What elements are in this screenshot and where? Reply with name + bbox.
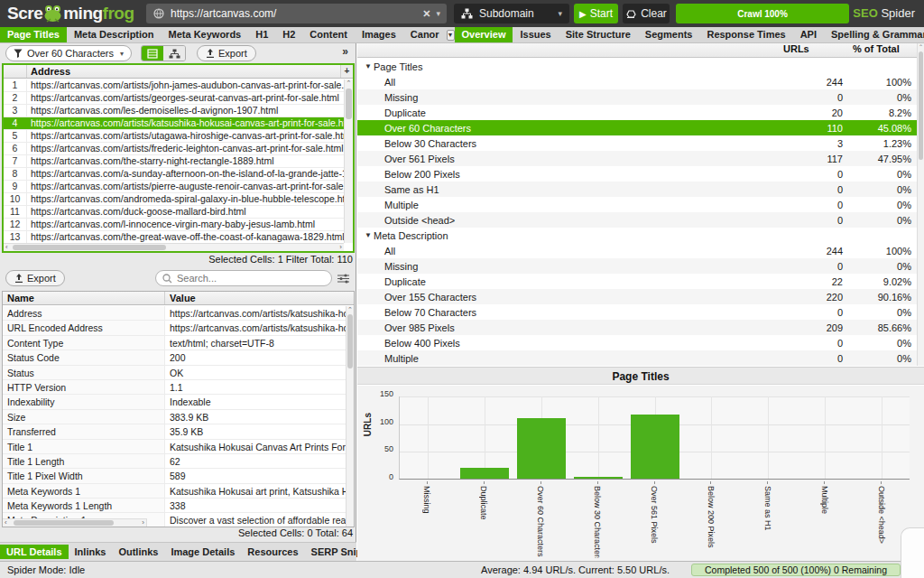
table-row[interactable]: Title 1 Length62	[3, 454, 346, 469]
address-cell[interactable]: https://artcanvas.com/artists/utagawa-hi…	[27, 130, 344, 142]
detail-value-cell[interactable]: Indexable	[165, 395, 346, 408]
table-row[interactable]: 11https://artcanvas.com/duck-goose-malla…	[4, 206, 344, 219]
table-row[interactable]: 4https://artcanvas.com/artists/katsushik…	[4, 117, 344, 130]
address-cell[interactable]: https://artcanvas.com/the-starry-night-r…	[27, 155, 344, 167]
detail-value-cell[interactable]: 62	[165, 454, 346, 468]
list-view-button[interactable]	[142, 46, 163, 61]
overview-item-row[interactable]: Outside <head>00%	[357, 212, 917, 228]
detail-value-cell[interactable]: 589	[165, 469, 346, 482]
detail-value-cell[interactable]: Discover a vast selection of affordable …	[165, 513, 346, 527]
detail-value-cell[interactable]: 338	[165, 499, 346, 512]
table-row[interactable]: 1https://artcanvas.com/artists/john-jame…	[4, 79, 344, 92]
clear-button[interactable]: Clear	[623, 4, 670, 23]
value-column-header[interactable]: Value	[165, 292, 354, 304]
overview-item-row[interactable]: Over 561 Pixels11747.95%	[357, 151, 917, 166]
tab-inlinks[interactable]: Inlinks	[69, 545, 113, 559]
overview-section-row[interactable]: ▼Meta Description	[357, 228, 917, 243]
overview-item-row[interactable]: Missing00%	[357, 258, 917, 274]
pct-column-header[interactable]: % of Total	[853, 43, 900, 54]
tab-resources[interactable]: Resources	[241, 545, 304, 559]
table-row[interactable]: Meta Keywords 1Katsushika Hokusai art pr…	[3, 484, 346, 499]
tab-h1[interactable]: H1	[248, 27, 275, 42]
address-cell[interactable]: https://artcanvas.com/artists/john-james…	[27, 79, 344, 91]
address-cell[interactable]: https://artcanvas.com/artists/pierre-aug…	[27, 181, 344, 192]
address-cell[interactable]: https://artcanvas.com/artists/katsushika…	[27, 117, 344, 129]
detail-value-cell[interactable]: 1.1	[165, 380, 346, 394]
overview-item-row[interactable]: Multiple00%	[357, 350, 917, 366]
detail-value-cell[interactable]: 383.9 KB	[165, 410, 346, 424]
more-tabs-dropdown[interactable]: ▼	[447, 30, 455, 41]
table-row[interactable]: Addresshttps://artcanvas.com/artists/kat…	[3, 306, 346, 321]
overview-item-row[interactable]: Over 60 Characters11045.08%	[357, 120, 917, 135]
table-row[interactable]: URL Encoded Addresshttps://artcanvas.com…	[3, 321, 346, 335]
collapse-twisty-icon[interactable]: ▼	[365, 62, 374, 70]
address-horizontal-scrollbar[interactable]: ‹›	[4, 243, 344, 251]
address-cell[interactable]: https://artcanvas.com/duck-goose-mallard…	[27, 206, 344, 218]
detail-value-cell[interactable]: text/html; charset=UTF-8	[165, 336, 346, 350]
overview-item-row[interactable]: Duplicate229.02%	[357, 274, 917, 289]
table-row[interactable]: IndexabilityIndexable	[3, 395, 346, 409]
url-value[interactable]: https://artcanvas.com/	[171, 7, 417, 20]
table-row[interactable]: 13https://artcanvas.com/the-great-wave-o…	[4, 231, 344, 243]
tab-spelling-grammar[interactable]: Spelling & Grammar	[824, 27, 924, 42]
address-cell[interactable]: https://artcanvas.com/artists/frederic-l…	[27, 143, 344, 154]
address-cell[interactable]: https://artcanvas.com/a-sunday-afternoon…	[27, 168, 344, 180]
tab-h2[interactable]: H2	[275, 27, 302, 42]
tab-outlinks[interactable]: Outlinks	[112, 545, 164, 559]
tree-view-button[interactable]	[163, 46, 185, 61]
table-row[interactable]: 9https://artcanvas.com/artists/pierre-au…	[4, 181, 344, 193]
address-cell[interactable]: https://artcanvas.com/l-innocence-virgin…	[27, 219, 344, 230]
url-input[interactable]: https://artcanvas.com/ ✕ ▾	[146, 4, 447, 23]
tab-content[interactable]: Content	[302, 27, 355, 42]
overview-item-row[interactable]: Over 155 Characters22090.16%	[357, 289, 917, 304]
detail-value-cell[interactable]: 200	[165, 350, 346, 364]
table-row[interactable]: Transferred35.9 KB	[3, 424, 346, 439]
table-row[interactable]: Meta Keywords 1 Length338	[3, 499, 346, 513]
details-export-button[interactable]: Export	[5, 270, 65, 286]
overview-item-row[interactable]: Below 30 Characters31.23%	[357, 135, 917, 151]
address-vertical-scrollbar[interactable]: ⌃	[344, 79, 353, 243]
url-history-caret-icon[interactable]: ▾	[436, 9, 447, 18]
table-row[interactable]: 6https://artcanvas.com/artists/frederic-…	[4, 143, 344, 155]
table-row[interactable]: HTTP Version1.1	[3, 380, 346, 395]
tab-meta-keywords[interactable]: Meta Keywords	[162, 27, 249, 42]
table-row[interactable]: 8https://artcanvas.com/a-sunday-afternoo…	[4, 168, 344, 181]
address-column-header[interactable]: Address	[27, 65, 340, 78]
detail-value-cell[interactable]: Katsushika Hokusai Canvas Art Prints For…	[165, 440, 346, 453]
tab-canonical[interactable]: Canor	[403, 27, 447, 42]
address-cell[interactable]: https://artcanvas.com/les-demoiselles-d-…	[27, 105, 344, 117]
clear-url-icon[interactable]: ✕	[417, 8, 436, 20]
search-input[interactable]	[177, 273, 331, 284]
table-row[interactable]: 12https://artcanvas.com/l-innocence-virg…	[4, 219, 344, 231]
overview-section-row[interactable]: ▼Page Titles	[357, 59, 917, 74]
detail-value-cell[interactable]: 35.9 KB	[165, 424, 346, 438]
detail-value-cell[interactable]: OK	[165, 366, 346, 379]
search-options-icon[interactable]	[337, 271, 349, 287]
table-row[interactable]: Content Typetext/html; charset=UTF-8	[3, 336, 346, 350]
table-row[interactable]: StatusOK	[3, 366, 346, 380]
address-cell[interactable]: https://artcanvas.com/artists/georges-se…	[27, 92, 344, 104]
detail-value-cell[interactable]: Katsushika Hokusai art print, Katsushika…	[165, 484, 346, 498]
address-cell[interactable]: https://artcanvas.com/the-great-wave-off…	[27, 231, 344, 243]
detail-value-cell[interactable]: https://artcanvas.com/artists/katsushika…	[165, 321, 346, 334]
filter-dropdown[interactable]: Over 60 Characters ▾	[5, 45, 132, 61]
overview-item-row[interactable]: Missing00%	[357, 89, 917, 105]
overview-item-row[interactable]: Multiple00%	[357, 197, 917, 212]
tab-issues[interactable]: Issues	[513, 27, 558, 42]
details-vertical-scrollbar[interactable]: ⌃	[346, 306, 354, 527]
name-column-header[interactable]: Name	[3, 292, 165, 304]
urls-column-header[interactable]: URLs	[783, 43, 809, 54]
table-row[interactable]: Title 1 Pixel Width589	[3, 469, 346, 483]
tab-images[interactable]: Images	[355, 27, 403, 42]
overview-scrollbar[interactable]: ⌃	[917, 43, 924, 366]
overview-item-row[interactable]: Below 400 Pixels00%	[357, 335, 917, 350]
address-cell[interactable]: https://artcanvas.com/andromeda-spiral-g…	[27, 193, 344, 205]
tab-response-times[interactable]: Response Times	[699, 27, 792, 42]
tab-url-details[interactable]: URL Details	[0, 545, 69, 559]
overview-item-row[interactable]: Duplicate208.2%	[357, 105, 917, 120]
export-button[interactable]: Export	[197, 45, 256, 61]
detail-value-cell[interactable]: https://artcanvas.com/artists/katsushika…	[165, 306, 346, 320]
overview-item-row[interactable]: All244100%	[357, 74, 917, 89]
overview-item-row[interactable]: Below 70 Characters00%	[357, 304, 917, 320]
start-button[interactable]: ▶ Start	[574, 4, 618, 23]
